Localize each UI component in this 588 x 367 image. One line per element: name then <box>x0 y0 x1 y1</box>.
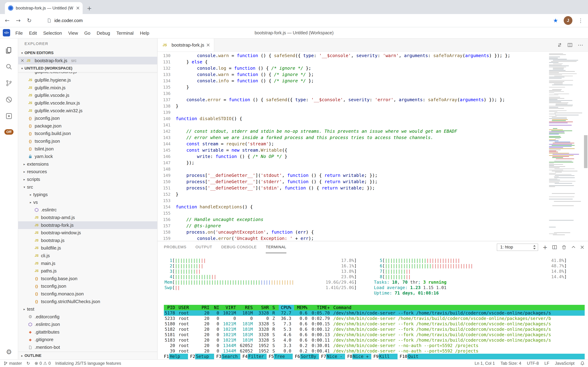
tree-item-cli.js[interactable]: JScli.js <box>18 252 157 260</box>
explorer-icon[interactable] <box>0 42 17 58</box>
tree-folder-typings[interactable]: ▸typings <box>18 191 157 199</box>
panel-tab-terminal[interactable]: TERMINAL <box>266 241 286 253</box>
panel-tab-output[interactable]: OUTPUT <box>196 241 212 253</box>
browser-menu-icon[interactable]: ⋮ <box>578 17 583 24</box>
fkey-action-sortby[interactable]: SortBy <box>300 354 319 359</box>
code-line-156[interactable]: 156 // Handle uncaught exceptions <box>157 217 546 223</box>
more-actions-icon[interactable]: ⋯ <box>578 42 583 48</box>
sync-icon[interactable]: ↻ <box>26 361 30 366</box>
tree-folder-src[interactable]: ▾src <box>18 183 157 191</box>
tree-item-main.js[interactable]: JSmain.js <box>18 259 157 267</box>
fkey-f9[interactable]: F9 <box>371 354 379 359</box>
split-terminal-icon[interactable] <box>552 245 557 250</box>
tree-item-.gitattributes[interactable]: ◆.gitattributes <box>18 328 157 336</box>
minimap[interactable] <box>546 52 583 241</box>
close-icon[interactable] <box>21 59 24 62</box>
url-text[interactable]: ide.coder.com <box>54 18 83 23</box>
editor-tab[interactable]: JS bootstrap-fork.js <box>157 39 214 51</box>
code-line-154[interactable]: 154function handleExceptions() { <box>157 204 546 210</box>
column-header-command[interactable]: Command <box>333 305 585 310</box>
tree-item-gulpfile.vscode.linux.js[interactable]: JSgulpfile.vscode.linux.js <box>18 99 157 107</box>
code-line-131[interactable]: 131 } else { <box>157 59 546 65</box>
maximize-panel-icon[interactable] <box>571 245 576 250</box>
code-line-142[interactable]: 142 // const stdout, stderr and stdin be… <box>157 128 546 134</box>
process-row-5183[interactable]: 5183root2001021M181M3328S4.00.60:00.11/d… <box>164 337 585 343</box>
tree-item-bootstrap-fork.js[interactable]: JSbootstrap-fork.js <box>18 221 157 229</box>
tree-item-gulpfile.mixin.js[interactable]: JSgulpfile.mixin.js <box>18 84 157 92</box>
tree-item-tsconfig.monaco.json[interactable]: {}tsconfig.monaco.json <box>18 290 157 298</box>
fkey-action-quit[interactable]: Quit <box>407 354 426 359</box>
bookmark-star-icon[interactable]: ★ <box>553 17 558 24</box>
code-line-159[interactable]: 159 console.error('Uncaught Exception: '… <box>157 235 546 241</box>
fkey-action-filter[interactable]: Filter <box>248 354 267 359</box>
fkey-f2[interactable]: F2 <box>188 354 195 359</box>
code-line-155[interactable]: 155 <box>157 210 546 217</box>
off-badge[interactable]: Off <box>4 129 14 135</box>
process-row-5180[interactable]: 5180root2001021M181M3328S7.30.60:00.15/d… <box>164 321 585 326</box>
tree-item-.mention-bot[interactable]: .mention-bot <box>18 343 157 351</box>
tree-folder-extensions[interactable]: ▸extensions <box>18 160 157 168</box>
column-header-pri[interactable]: PRI <box>199 305 212 310</box>
tree-item-.gitignore[interactable]: ◆.gitignore <box>18 336 157 343</box>
tree-item-bootstrap-window.js[interactable]: JSbootstrap-window.js <box>18 229 157 237</box>
code-line-134[interactable]: 134 console.info = function () { /* igno… <box>157 78 546 84</box>
code-line-158[interactable]: 158 process.on('uncaughtException', func… <box>157 229 546 235</box>
code-line-144[interactable]: 144 const stream = require('stream'); <box>157 141 546 147</box>
fkey-action-kill[interactable]: Kill <box>379 354 398 359</box>
tree-item-buildfile.js[interactable]: JSbuildfile.js <box>18 244 157 252</box>
tree-item-.eslintrc.json[interactable]: .eslintrc.json <box>18 321 157 328</box>
fkey-action-help[interactable]: Help <box>169 354 188 359</box>
code-line-151[interactable]: 151 process['__defineGetter__']('stdin',… <box>157 185 546 191</box>
browser-tab[interactable]: bootstrap-fork.js — Untitled (W <box>5 2 83 14</box>
open-editor-item[interactable]: JS bootstrap-fork.js src <box>18 57 157 64</box>
fkey-action-setup[interactable]: Setup <box>195 354 214 359</box>
tree-item-tsconfig.json[interactable]: {}tsconfig.json <box>18 283 157 290</box>
process-row-20[interactable]: 20root2001344M620521952S3.30.20:30.01/de… <box>164 343 585 348</box>
column-header-user[interactable]: USER <box>178 305 199 310</box>
tree-item-tsconfig.base.json[interactable]: {}tsconfig.base.json <box>18 275 157 283</box>
code-line-149[interactable]: 149 process['__defineGetter__']('stdout'… <box>157 172 546 179</box>
process-table-header[interactable]: PIDUSERPRINIVIRTRESSHRSCPU%MEM%TIME+Comm… <box>164 305 585 310</box>
tree-item-jsconfig.json[interactable]: {}jsconfig.json <box>18 115 157 122</box>
column-header-mempct[interactable]: MEM% <box>294 305 310 310</box>
code-line-157[interactable]: 157 // @ts-ignore <box>157 223 546 229</box>
bell-icon[interactable] <box>580 361 585 366</box>
code-line-135[interactable]: 135 } <box>157 84 546 90</box>
search-icon[interactable] <box>0 58 17 75</box>
menu-debug[interactable]: Debug <box>93 31 113 36</box>
column-header-pid[interactable]: PID <box>164 305 178 310</box>
tree-item-yarn.lock[interactable]: yarn.lock <box>18 153 157 160</box>
fkey-action-nice[interactable]: Nice + <box>352 354 371 359</box>
menu-file[interactable]: File <box>12 31 26 36</box>
code-line-146[interactable]: 146 write: function () { /* No OP */ } <box>157 153 546 160</box>
menu-terminal[interactable]: Terminal <box>113 31 137 36</box>
column-header-shr[interactable]: SHR <box>256 305 272 310</box>
fkey-f6[interactable]: F6 <box>293 354 300 359</box>
fkey-f7[interactable]: F7 <box>319 354 326 359</box>
code-line-136[interactable]: 136 <box>157 90 546 97</box>
workspace-header[interactable]: ▾ UNTITLED (WORKSPACE) <box>18 64 157 72</box>
terminal-picker[interactable]: 1: htop <box>497 243 538 251</box>
problems-indicator[interactable]: ⊗ 0 ⚠ 0 <box>34 361 50 366</box>
column-header-s[interactable]: S <box>272 305 279 310</box>
fkey-f4[interactable]: F4 <box>240 354 248 359</box>
tree-item-tsconfig.strictNullChecks.json[interactable]: {}tsconfig.strictNullChecks.json <box>18 298 157 305</box>
encoding[interactable]: UTF-8 <box>527 361 539 366</box>
language-mode[interactable]: JavaScript <box>555 361 574 366</box>
process-row-5182[interactable]: 5182root2001021M181M3328R5.30.60:00.12/d… <box>164 326 585 332</box>
tree-item-paths.js[interactable]: JSpaths.js <box>18 267 157 275</box>
code-line-133[interactable]: 133 console.warn = function () { /* igno… <box>157 71 546 78</box>
process-row-5178[interactable]: 5178root2001021M181M3328R72.70.60:05.70/… <box>164 310 585 316</box>
tree-item-gulpfile.extensions.js[interactable]: JSgulpfile.extensions.js <box>18 72 157 76</box>
tree-item-.eslintrc[interactable]: .eslintrc <box>18 206 157 214</box>
code-line-130[interactable]: 130 console.warn = function () { safeSen… <box>157 52 546 59</box>
preview-icon[interactable] <box>0 108 17 124</box>
back-icon[interactable]: ← <box>5 18 10 23</box>
tree-folder-scripts[interactable]: ▸scripts <box>18 176 157 183</box>
fkey-action-tree[interactable]: Tree <box>274 354 293 359</box>
tree-folder-test[interactable]: ▸test <box>18 305 157 313</box>
panel-tab-debug-console[interactable]: DEBUG CONSOLE <box>221 241 257 253</box>
code-line-138[interactable]: 138} <box>157 103 546 109</box>
tree-item-tsconfig.build.json[interactable]: {}tsconfig.build.json <box>18 130 157 137</box>
column-header-res[interactable]: RES <box>239 305 256 310</box>
